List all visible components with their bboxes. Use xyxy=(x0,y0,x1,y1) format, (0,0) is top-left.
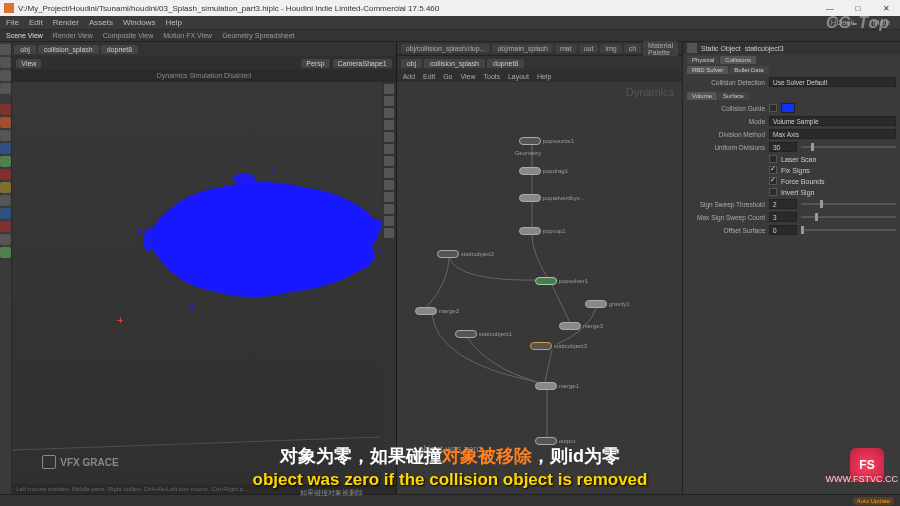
node-staticobject2[interactable]: staticobject2 xyxy=(437,250,494,258)
node-merge3[interactable]: merge3 xyxy=(559,322,603,330)
display-option-icon[interactable] xyxy=(384,168,394,178)
tool-icon[interactable] xyxy=(0,208,11,219)
minimize-button[interactable]: — xyxy=(820,4,840,13)
tool-icon[interactable] xyxy=(0,130,11,141)
param-tab-bullet[interactable]: Bullet Data xyxy=(729,66,768,74)
tab-composite-view[interactable]: Composite View xyxy=(103,32,153,39)
param-tab-surface[interactable]: Surface xyxy=(718,92,749,100)
net-menu-edit[interactable]: Edit xyxy=(423,73,435,80)
checkbox-fix-signs[interactable] xyxy=(769,166,777,174)
menu-windows[interactable]: Windows xyxy=(123,18,155,27)
path-seg-obj[interactable]: obj xyxy=(14,45,35,54)
display-option-icon[interactable] xyxy=(384,132,394,142)
tool-icon[interactable] xyxy=(0,182,11,193)
menu-help[interactable]: Help xyxy=(165,18,181,27)
node-merge2[interactable]: merge2 xyxy=(415,307,459,315)
path-seg-collision[interactable]: collision_splash xyxy=(38,45,99,54)
path-seg[interactable]: obj/main_splash xyxy=(492,44,553,53)
checkbox-force-bounds[interactable] xyxy=(769,177,777,185)
param-tab-physical[interactable]: Physical xyxy=(687,56,719,64)
tab-motion-fx[interactable]: Motion FX View xyxy=(163,32,212,39)
net-tab-collision[interactable]: collision_splash xyxy=(424,59,485,68)
display-option-icon[interactable] xyxy=(384,84,394,94)
camera-menu-cam[interactable]: CameraShape1 xyxy=(333,59,392,68)
checkbox-collision-guide[interactable] xyxy=(769,104,777,112)
path-seg[interactable]: out xyxy=(579,44,599,53)
3d-viewport[interactable]: VFX GRACE xyxy=(12,82,381,484)
tab-scene-view[interactable]: Scene View xyxy=(6,32,43,39)
net-menu-go[interactable]: Go xyxy=(443,73,452,80)
node-staticobject1[interactable]: staticobject1 xyxy=(455,330,512,338)
node-popsolver1[interactable]: popsolver1 xyxy=(535,277,588,285)
field-division-method[interactable]: Max Axis xyxy=(769,129,896,139)
display-option-icon[interactable] xyxy=(384,204,394,214)
tool-icon[interactable] xyxy=(0,221,11,232)
checkbox-laser-scan[interactable] xyxy=(769,155,777,163)
path-seg[interactable]: obj/collision_splash/dop... xyxy=(401,44,491,53)
close-button[interactable]: ✕ xyxy=(876,4,896,13)
display-option-icon[interactable] xyxy=(384,120,394,130)
display-option-icon[interactable] xyxy=(384,144,394,154)
node-popsource1[interactable]: popsource1 xyxy=(519,137,574,145)
view-tool-button[interactable]: View xyxy=(16,59,41,68)
rotate-tool-icon[interactable] xyxy=(0,70,11,81)
tool-icon[interactable] xyxy=(0,234,11,245)
field-offset-surface[interactable]: 0 xyxy=(769,225,797,235)
select-tool-icon[interactable] xyxy=(0,44,11,55)
tool-icon[interactable] xyxy=(0,143,11,154)
display-option-icon[interactable] xyxy=(384,192,394,202)
net-tab-dopnet[interactable]: dopnet8 xyxy=(487,59,524,68)
path-seg-dopnet[interactable]: dopnet8 xyxy=(101,45,138,54)
tool-icon[interactable] xyxy=(0,104,11,115)
slider-sign-sweep[interactable] xyxy=(801,203,896,205)
param-tab-collisions[interactable]: Collisions xyxy=(720,56,756,64)
tool-icon[interactable] xyxy=(0,169,11,180)
scale-tool-icon[interactable] xyxy=(0,83,11,94)
path-seg[interactable]: Material Palette xyxy=(643,41,678,57)
tool-icon[interactable] xyxy=(0,156,11,167)
net-menu-layout[interactable]: Layout xyxy=(508,73,529,80)
field-mode[interactable]: Volume Sample xyxy=(769,116,896,126)
display-option-icon[interactable] xyxy=(384,156,394,166)
display-option-icon[interactable] xyxy=(384,180,394,190)
menu-render[interactable]: Render xyxy=(53,18,79,27)
param-node-name[interactable]: staticobject3 xyxy=(745,45,896,52)
node-gravity1[interactable]: gravity1 xyxy=(585,300,630,308)
path-seg[interactable]: ch xyxy=(624,44,641,53)
checkbox-invert-sign[interactable] xyxy=(769,188,777,196)
tool-icon[interactable] xyxy=(0,247,11,258)
display-option-icon[interactable] xyxy=(384,96,394,106)
menu-edit[interactable]: Edit xyxy=(29,18,43,27)
net-tab-obj[interactable]: obj xyxy=(401,59,422,68)
color-swatch-guide[interactable] xyxy=(781,103,795,113)
tool-icon[interactable] xyxy=(0,117,11,128)
field-collision-detection[interactable]: Use Solver Default xyxy=(769,77,896,87)
move-tool-icon[interactable] xyxy=(0,57,11,68)
menu-file[interactable]: File xyxy=(6,18,19,27)
node-geometry[interactable]: Geometry xyxy=(515,150,541,156)
tool-icon[interactable] xyxy=(0,195,11,206)
node-popdrag1[interactable]: popdrag1 xyxy=(519,167,568,175)
slider-uniform-divisions[interactable] xyxy=(801,146,896,148)
node-merge1[interactable]: merge1 xyxy=(535,382,579,390)
tab-geo-spreadsheet[interactable]: Geometry Spreadsheet xyxy=(222,32,294,39)
tab-render-view[interactable]: Render View xyxy=(53,32,93,39)
param-tab-rbd[interactable]: RBD Solver xyxy=(687,66,728,74)
display-option-icon[interactable] xyxy=(384,228,394,238)
slider-offset-surface[interactable] xyxy=(801,229,896,231)
net-menu-view[interactable]: View xyxy=(461,73,476,80)
display-option-icon[interactable] xyxy=(384,108,394,118)
node-popadvect[interactable]: popadvectbyv... xyxy=(519,194,585,202)
param-tab-volume[interactable]: Volume xyxy=(687,92,717,100)
camera-menu-persp[interactable]: Persp xyxy=(301,59,329,68)
slider-max-sign-sweep[interactable] xyxy=(801,216,896,218)
field-max-sign-sweep[interactable]: 3 xyxy=(769,212,797,222)
menu-assets[interactable]: Assets xyxy=(89,18,113,27)
path-seg[interactable]: img xyxy=(600,44,621,53)
net-menu-add[interactable]: Add xyxy=(403,73,415,80)
net-menu-help[interactable]: Help xyxy=(537,73,551,80)
maximize-button[interactable]: □ xyxy=(848,4,868,13)
node-popvop1[interactable]: popvop1 xyxy=(519,227,566,235)
network-editor[interactable]: Dynamics popsource1 Geometry xyxy=(397,82,682,494)
display-option-icon[interactable] xyxy=(384,216,394,226)
